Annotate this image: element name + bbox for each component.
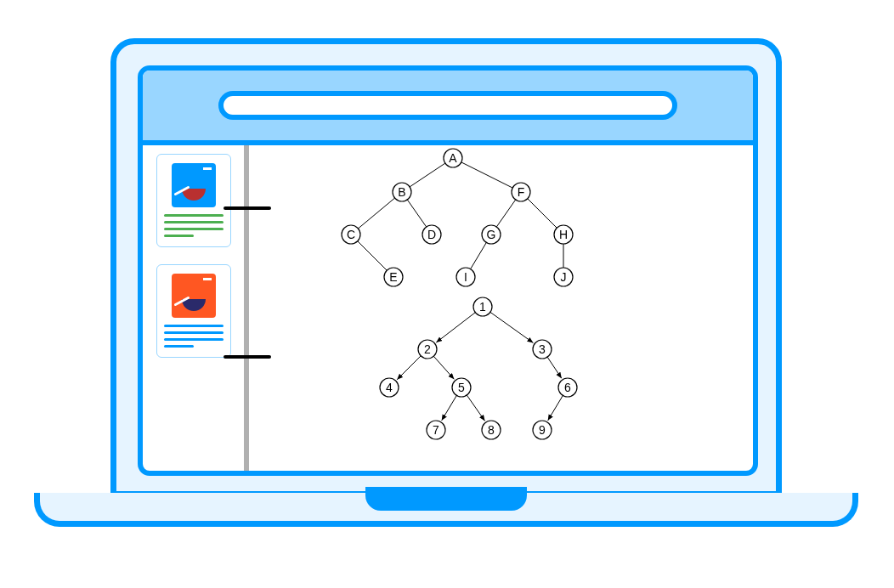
browser-header <box>143 71 753 145</box>
url-bar[interactable] <box>218 91 677 120</box>
content-area: ABFCDGHEIJ 123456789 <box>143 145 753 471</box>
svg-line-5 <box>528 199 557 228</box>
tree-node-label: H <box>559 228 568 241</box>
svg-line-16 <box>548 395 563 420</box>
tree-node-label: G <box>487 228 496 241</box>
thumbnail-orange-icon <box>172 274 216 318</box>
svg-line-0 <box>410 163 445 187</box>
svg-line-7 <box>471 242 487 269</box>
text-lines-icon <box>162 325 225 348</box>
svg-line-1 <box>461 162 512 188</box>
tree-node-label: 6 <box>564 381 571 394</box>
sidebar <box>143 145 249 471</box>
svg-line-3 <box>407 200 426 227</box>
svg-line-4 <box>496 200 515 227</box>
tree-node-label: B <box>398 185 405 199</box>
thumbnail-blue-icon <box>172 163 216 207</box>
tree-node-label: 1 <box>479 300 486 314</box>
tree-node-label: 7 <box>433 423 439 437</box>
tree-node-label: I <box>464 270 467 284</box>
laptop-illustration: ABFCDGHEIJ 123456789 <box>110 38 782 527</box>
tree-node-label: 4 <box>386 381 393 394</box>
binder-ring-icon <box>224 206 271 210</box>
text-lines-icon <box>162 214 225 237</box>
tree-node-label: J <box>561 270 567 284</box>
laptop-lid: ABFCDGHEIJ 123456789 <box>110 38 782 497</box>
tree-node-label: D <box>427 228 436 241</box>
main-content: ABFCDGHEIJ 123456789 <box>249 145 753 471</box>
binder-ring-icon <box>224 355 271 359</box>
svg-line-12 <box>433 356 454 379</box>
tree-node-label: 9 <box>539 423 546 437</box>
svg-line-11 <box>397 356 421 380</box>
svg-line-10 <box>490 312 533 342</box>
sidebar-card-2[interactable] <box>156 264 231 358</box>
tree-node-label: C <box>347 228 355 241</box>
tree-node-label: 5 <box>458 381 465 394</box>
laptop-base <box>34 493 858 527</box>
tree-node-label: 8 <box>488 423 495 437</box>
svg-line-2 <box>358 198 394 229</box>
svg-line-13 <box>547 357 562 378</box>
tree-node-label: F <box>518 185 525 199</box>
browser-window: ABFCDGHEIJ 123456789 <box>138 65 758 476</box>
tree-node-label: A <box>449 151 457 165</box>
tree-diagram-2: 123456789 <box>351 294 623 455</box>
sidebar-card-1[interactable] <box>156 154 231 247</box>
tree-node-label: 3 <box>539 342 546 356</box>
laptop-notch <box>365 487 527 511</box>
svg-line-15 <box>467 395 484 421</box>
svg-line-14 <box>442 395 457 420</box>
svg-line-6 <box>358 241 387 270</box>
svg-line-9 <box>436 313 475 342</box>
tree-diagram-1: ABFCDGHEIJ <box>300 145 614 298</box>
tree-node-label: 2 <box>424 342 431 356</box>
tree-node-label: E <box>389 270 397 284</box>
